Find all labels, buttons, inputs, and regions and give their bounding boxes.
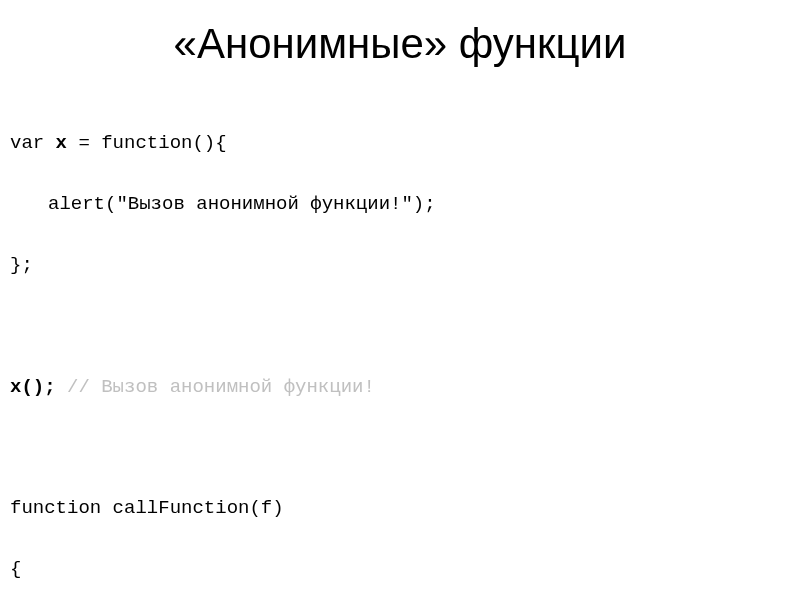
code-line: }; bbox=[10, 250, 790, 280]
code-text: var bbox=[10, 132, 56, 154]
code-line: function callFunction(f) bbox=[10, 493, 790, 523]
code-text: = function(){ bbox=[67, 132, 227, 154]
code-line-empty bbox=[10, 432, 790, 462]
code-block: var x = function(){ alert("Вызов анонимн… bbox=[10, 98, 790, 600]
code-line: { bbox=[10, 554, 790, 584]
code-line-empty bbox=[10, 311, 790, 341]
code-bold: x(); bbox=[10, 376, 56, 398]
code-line: x(); // Вызов анонимной функции! bbox=[10, 372, 790, 402]
slide-title: «Анонимные» функции bbox=[10, 20, 790, 68]
code-comment: // Вызов анонимной функции! bbox=[56, 376, 375, 398]
code-line: alert("Вызов анонимной функции!"); bbox=[10, 189, 790, 219]
code-line: var x = function(){ bbox=[10, 128, 790, 158]
code-bold: x bbox=[56, 132, 67, 154]
